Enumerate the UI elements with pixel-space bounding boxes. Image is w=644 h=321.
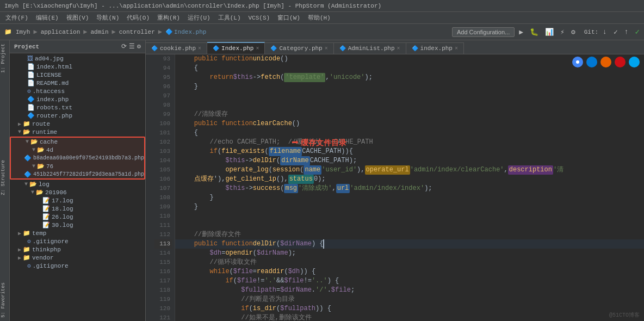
add-configuration-button[interactable]: Add Configuration... [452, 27, 515, 37]
tree-item-robots[interactable]: 📄 robots.txt [10, 103, 145, 112]
tree-item-router[interactable]: 🔷 router.php [10, 112, 145, 120]
tree-arrow-201906[interactable] [29, 189, 36, 195]
debug-icon[interactable]: 🐛 [528, 27, 541, 38]
chrome-button[interactable] [572, 57, 583, 67]
breadcrumb-controller[interactable]: controller [119, 29, 155, 35]
code-line-99: //清除缓存 [175, 110, 644, 119]
tree-item-17log[interactable]: 📝 17.log [10, 196, 145, 205]
breadcrumb-application[interactable]: application [41, 29, 81, 35]
log-icon: 📝 [42, 205, 50, 212]
svg-point-5 [631, 59, 637, 65]
tree-item-route[interactable]: 📁 route [10, 120, 145, 128]
tree-item-4d[interactable]: 📂 4d [11, 146, 144, 154]
settings-icon[interactable]: ⚙ [569, 27, 578, 38]
tab-cookie-php[interactable]: 🔷 cookie.php × [146, 42, 207, 54]
menu-help[interactable]: 帮助(H) [305, 13, 334, 23]
menu-vcs[interactable]: VCS(S) [245, 14, 274, 22]
svg-point-3 [603, 59, 609, 65]
tree-item-license[interactable]: 📄 LICENSE [10, 71, 145, 79]
tree-item-76[interactable]: 📂 76 [11, 162, 144, 170]
editor-area: 🔷 cookie.php × 🔷 Index.php × 🔷 Category.… [146, 40, 644, 321]
firefox-button[interactable] [600, 57, 611, 67]
tree-arrow-4d[interactable] [30, 147, 37, 153]
menu-run[interactable]: 运行(U) [184, 13, 214, 23]
tab-index-php[interactable]: 🔷 Index.php × [207, 42, 265, 54]
menu-code[interactable]: 代码(O) [123, 13, 153, 23]
menu-nav[interactable]: 导航(N) [93, 13, 122, 23]
profile-icon[interactable]: ⚡ [558, 27, 567, 38]
sync-icon[interactable]: ⟳ [121, 42, 127, 51]
tree-item-ad04[interactable]: 🖼 ad04.jpg [10, 54, 145, 63]
tab-adminlist-php[interactable]: 🔷 AdminList.php × [334, 42, 406, 54]
tree-arrow-thinkphp[interactable] [16, 246, 23, 253]
ie-button[interactable] [629, 57, 640, 67]
code-content[interactable]: public function unicode() { return $this… [175, 54, 644, 321]
tree-item-indexphp[interactable]: 🔷 index.php [10, 95, 145, 103]
edge-button[interactable] [586, 57, 597, 67]
file-icon: 🖼 [27, 55, 33, 62]
sidebar-tab-structure[interactable]: Z: Structure [0, 157, 9, 199]
tree-item-htaccess[interactable]: ⚙ .htaccess [10, 87, 145, 95]
tab-close-icon[interactable]: × [455, 46, 458, 52]
title-text: Imyh [E:\xiaochengfu\Imyh] - ...\applica… [4, 3, 381, 9]
tab-close-icon[interactable]: × [256, 46, 259, 52]
menu-tools[interactable]: 工具(L) [215, 13, 244, 23]
editor-gutter [146, 54, 152, 321]
breadcrumb-imyh[interactable]: Imyh [16, 29, 30, 35]
tab-close-icon[interactable]: × [198, 46, 201, 52]
tree-item-gitignore1[interactable]: ⚙ .gitignore [10, 237, 145, 245]
folder-icon: 📂 [29, 181, 37, 188]
breadcrumb-index[interactable]: 🔷Index.php [165, 28, 206, 35]
sidebar-tab-project[interactable]: 1: Project [0, 40, 9, 76]
tree-item-18log[interactable]: 📝 18.log [10, 205, 145, 213]
tree-item-gitignore2[interactable]: ⚙ .gitignore [10, 262, 145, 270]
git-ok-icon: ✓ [635, 27, 640, 36]
tree-arrow-log[interactable] [23, 181, 29, 187]
tree-arrow-vendor[interactable] [16, 255, 23, 261]
code-line-100: public function clearCache() [175, 119, 644, 128]
run-with-coverage-icon[interactable]: 📊 [543, 27, 556, 38]
tab-category-php[interactable]: 🔷 Category.php × [265, 42, 333, 54]
tree-item-indexhtml[interactable]: 📄 index.html [10, 63, 145, 71]
tree-item-26log[interactable]: 📝 26.log [10, 213, 145, 221]
svg-point-1 [576, 60, 579, 64]
tree-item-201906[interactable]: 📂 201906 [10, 188, 145, 196]
code-line-110 [175, 212, 644, 221]
tree-item-vendor[interactable]: 📁 vendor [10, 254, 145, 262]
tab-close-icon[interactable]: × [397, 46, 400, 52]
code-editor[interactable]: 93 94 95 96 97 98 99 100 101 102 103 104… [146, 54, 644, 321]
menu-file[interactable]: 文件(F) [2, 13, 32, 23]
git-update-icon[interactable]: ↓ [600, 27, 609, 37]
menu-view[interactable]: 视图(V) [63, 13, 92, 23]
menu-refactor[interactable]: 重构(R) [154, 13, 183, 23]
git-push-icon[interactable]: ↑ [622, 27, 631, 37]
log-icon: 📝 [42, 197, 50, 204]
collapse-icon[interactable]: ☰ [129, 42, 135, 51]
run-icon[interactable]: ▶ [517, 27, 525, 38]
menu-window[interactable]: 窗口(W) [274, 13, 304, 23]
code-line-96: } [175, 82, 644, 91]
tree-item-30log[interactable]: 📝 30.log [10, 221, 145, 229]
opera-button[interactable] [615, 57, 626, 67]
tree-item-temp[interactable]: 📁 temp [10, 229, 145, 237]
tab-close-icon[interactable]: × [325, 46, 328, 52]
tree-item-readme[interactable]: 📄 README.md [10, 79, 145, 87]
tree-item-thinkphp[interactable]: 📁 thinkphp [10, 245, 145, 254]
tree-item-cache[interactable]: 📂 cache [11, 138, 144, 146]
git-commit-icon[interactable]: ✓ [611, 27, 620, 38]
tree-arrow-temp[interactable] [16, 230, 23, 237]
tree-arrow-cache[interactable] [24, 139, 30, 145]
breadcrumb-admin[interactable]: admin [91, 29, 109, 35]
tree-arrow-76[interactable] [30, 163, 37, 169]
tab-index2-php[interactable]: 🔷 index.php × [406, 42, 464, 54]
tree-item-451b[interactable]: 🔷 451b2245f77282d19f29d3eaa75a1d.php [11, 170, 144, 178]
tree-item-b8adeaa[interactable]: 🔷 b8adeaa69a00e9f075e24193bdb7a3.php [11, 154, 144, 162]
menu-edit[interactable]: 编辑(E) [33, 13, 62, 23]
tab-file-icon: 🔷 [270, 45, 277, 52]
sidebar-tab-favorites[interactable]: 5: Favorites [0, 279, 9, 321]
tree-item-log[interactable]: 📂 log [10, 180, 145, 188]
tree-item-runtime[interactable]: 📂 runtime [10, 128, 145, 136]
tree-arrow-runtime[interactable] [16, 129, 23, 135]
tree-arrow-route[interactable] [16, 121, 23, 127]
panel-settings-icon[interactable]: ⚙ [137, 42, 141, 51]
